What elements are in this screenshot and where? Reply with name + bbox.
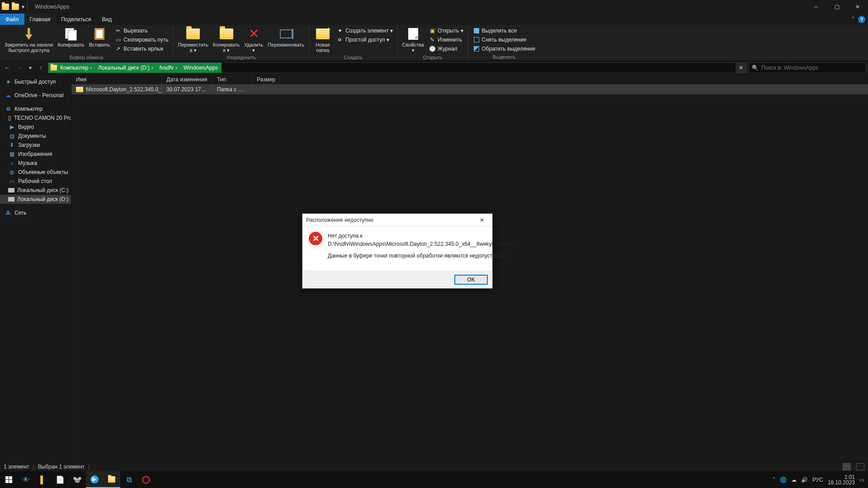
invert-selection-button[interactable]: Обратить выделение xyxy=(471,45,538,53)
forward-button[interactable]: → xyxy=(14,62,25,73)
pin-button[interactable]: Закрепить на панели быстрого доступа xyxy=(3,26,55,54)
paste-shortcut-button[interactable]: ↗Вставить ярлык xyxy=(113,45,170,53)
select-all-button[interactable]: Выделить все xyxy=(471,27,538,35)
col-type[interactable]: Тип xyxy=(212,75,252,84)
group-label: Выделить xyxy=(492,53,515,61)
qat-icon[interactable] xyxy=(12,4,19,10)
qat-dropdown-icon[interactable]: ▾ xyxy=(22,4,24,10)
group-open: Свойства ▾ ▣Открыть ▾ ✎Изменить 🕘Журнал … xyxy=(398,25,468,61)
task-explorer[interactable] xyxy=(103,471,120,488)
sidebar-network[interactable]: 🖧Сеть xyxy=(0,208,71,217)
details-view-button[interactable] xyxy=(843,463,851,470)
tray-globe-icon[interactable]: 🌐 xyxy=(780,477,787,483)
tab-share[interactable]: Поделиться xyxy=(56,14,96,25)
sidebar-onedrive[interactable]: ☁OneDrive - Personal xyxy=(0,91,71,100)
rename-button[interactable]: Переименовать xyxy=(266,26,306,48)
edit-button[interactable]: ✎Изменить xyxy=(427,36,465,44)
address-bar[interactable]: Компьютер› Локальный диск (D:)› fvsdfv› … xyxy=(48,62,747,73)
minimize-button[interactable]: ─ xyxy=(806,0,826,14)
docs-icon: ▤ xyxy=(8,132,15,140)
new-folder-button[interactable]: Новая папка xyxy=(312,26,334,54)
sidebar-item[interactable]: ♪Музыка xyxy=(0,159,71,168)
sidebar-item[interactable]: ◍Объемные объекты xyxy=(0,168,71,177)
close-button[interactable]: ✕ xyxy=(847,0,868,14)
explorer-icon xyxy=(108,476,115,483)
move-to-button[interactable]: Переместить в ▾ xyxy=(176,26,210,54)
search-input[interactable] xyxy=(761,65,863,71)
nav-pane[interactable]: ★Быстрый доступ ☁OneDrive - Personal 🖥Ко… xyxy=(0,75,71,461)
sidebar-item[interactable]: ▯TECNO CAMON 20 Pro xyxy=(0,113,71,122)
cut-button[interactable]: ✂Вырезать xyxy=(113,27,170,35)
start-button[interactable] xyxy=(0,471,17,488)
large-icons-view-button[interactable] xyxy=(856,463,864,470)
col-date[interactable]: Дата изменения xyxy=(162,75,212,84)
sidebar-item[interactable]: ▭Рабочий стол xyxy=(0,177,71,186)
maximize-button[interactable]: ▢ xyxy=(826,0,847,14)
task-app[interactable]: ▌ xyxy=(34,471,52,488)
tab-home[interactable]: Главная xyxy=(24,14,56,25)
location-icon xyxy=(51,65,57,71)
clear-address-icon[interactable]: ✕ xyxy=(736,63,746,73)
delete-button[interactable]: ✕Удалить ▾ xyxy=(242,26,265,54)
file-type: Папка с файлами xyxy=(212,86,252,93)
task-app[interactable]: 📄 xyxy=(52,471,69,488)
select-none-button[interactable]: Снять выделение xyxy=(471,36,538,44)
file-list[interactable]: Имя Дата изменения Тип Размер Microsoft.… xyxy=(71,75,868,461)
col-size[interactable]: Размер xyxy=(252,75,279,84)
recent-dropdown[interactable]: ▾ xyxy=(27,62,33,73)
delete-icon: ✕ xyxy=(249,28,259,40)
tab-file[interactable]: Файл xyxy=(0,14,24,25)
copy-icon xyxy=(65,28,77,40)
copy-button[interactable]: Копировать xyxy=(56,26,86,48)
copyto-icon xyxy=(220,28,233,39)
select-all-icon xyxy=(473,27,480,34)
task-app[interactable]: 🐭 xyxy=(69,471,86,488)
paste-icon xyxy=(94,28,104,40)
dialog-close-button[interactable]: ✕ xyxy=(475,215,489,225)
copy-path-button[interactable]: ▭Скопировать путь xyxy=(113,36,170,44)
properties-button[interactable]: Свойства ▾ xyxy=(401,26,426,54)
telegram-icon xyxy=(90,475,99,483)
star-icon: ★ xyxy=(5,78,12,85)
collapse-ribbon-icon[interactable]: ˄ xyxy=(852,16,854,23)
sidebar-item[interactable]: ⬇Загрузки xyxy=(0,141,71,150)
sidebar-quick-access[interactable]: ★Быстрый доступ xyxy=(0,77,71,86)
dialog-ok-button[interactable]: OK xyxy=(454,275,488,285)
group-label: Упорядочить xyxy=(226,54,256,61)
taskbar[interactable]: 👁 ▌ 📄 🐭 ⧉ ˄ 🌐 ☁ 🔊 РУС 1:01 18.10.2023 ▭ xyxy=(0,471,868,488)
task-app[interactable]: 👁 xyxy=(17,471,34,488)
copy-to-button[interactable]: Копировать в ▾ xyxy=(211,26,241,54)
col-name[interactable]: Имя xyxy=(71,75,162,84)
file-row[interactable]: Microsoft.Dayton_2.522.345.0_x64__8wek..… xyxy=(71,84,868,94)
tray-language[interactable]: РУС xyxy=(812,477,823,483)
help-icon[interactable]: ? xyxy=(858,16,865,23)
sidebar-item[interactable]: ▤Документы xyxy=(0,131,71,141)
tray-clock[interactable]: 1:01 18.10.2023 xyxy=(828,474,855,485)
tray-chevron-icon[interactable]: ˄ xyxy=(773,477,775,483)
group-label: Буфер обмена xyxy=(70,54,104,61)
task-opera[interactable] xyxy=(137,471,155,488)
explorer-window: ▾ WindowsApps ─ ▢ ✕ Файл Главная Поделит… xyxy=(0,0,868,471)
sidebar-computer[interactable]: 🖥Компьютер xyxy=(0,104,71,113)
search-box[interactable]: 🔍 xyxy=(749,62,866,73)
sidebar-item-drive-d[interactable]: Локальный диск (D:) xyxy=(0,195,71,204)
tray-notifications-icon[interactable]: ▭ xyxy=(859,477,864,483)
tab-view[interactable]: Вид xyxy=(96,14,117,25)
sidebar-item[interactable]: ▦Изображения xyxy=(0,150,71,159)
task-telegram[interactable] xyxy=(86,471,103,488)
open-button[interactable]: ▣Открыть ▾ xyxy=(427,27,465,35)
task-app[interactable]: ⧉ xyxy=(120,471,137,488)
tray-cloud-icon[interactable]: ☁ xyxy=(791,477,797,483)
new-item-button[interactable]: ✦Создать элемент ▾ xyxy=(335,27,395,35)
up-button[interactable]: ↑ xyxy=(35,62,46,73)
move-icon xyxy=(186,28,200,39)
history-button[interactable]: 🕘Журнал xyxy=(427,45,465,53)
sidebar-item[interactable]: Локальный диск (C:) xyxy=(0,186,71,195)
sidebar-item[interactable]: ▶Видео xyxy=(0,122,71,131)
column-headers[interactable]: Имя Дата изменения Тип Размер xyxy=(71,75,868,84)
easy-access-button[interactable]: ⭘Простой доступ ▾ xyxy=(335,36,395,44)
tray-volume-icon[interactable]: 🔊 xyxy=(801,477,808,483)
paste-button[interactable]: Вставить xyxy=(87,26,112,48)
ribbon: Закрепить на панели быстрого доступа Коп… xyxy=(0,25,868,61)
back-button[interactable]: ← xyxy=(2,62,13,73)
